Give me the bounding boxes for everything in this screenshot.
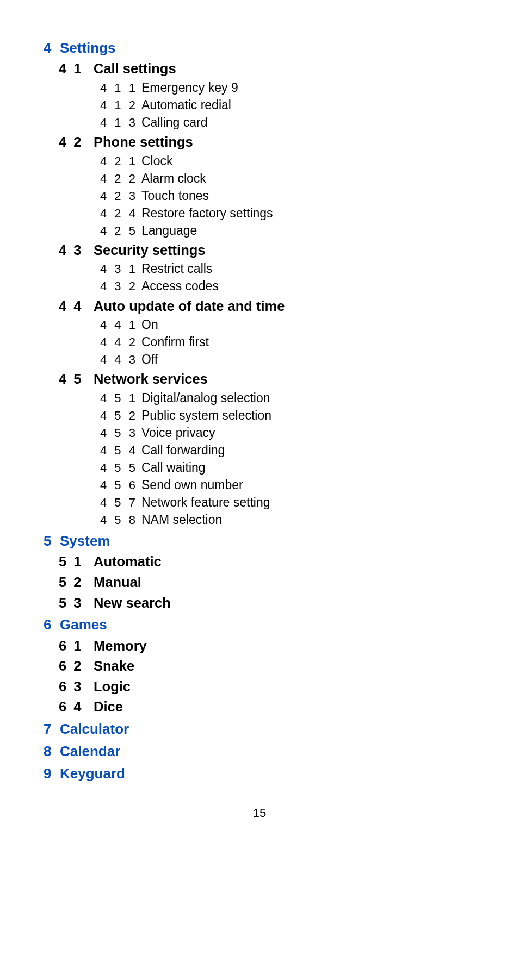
toc-l3-label: Call forwarding <box>141 443 225 457</box>
toc-l3: 4 5 4Call forwarding <box>100 442 475 459</box>
toc-l3-num: 4 2 4 <box>100 205 141 222</box>
toc-l1-label: Calculator <box>60 721 129 737</box>
toc-l3: 4 1 1Emergency key 9 <box>100 79 475 96</box>
toc-l2-num: 6 2 <box>59 657 94 676</box>
toc-l2-label: Security settings <box>94 242 205 258</box>
toc-l2-num: 4 5 <box>59 370 94 389</box>
toc-l3: 4 2 1Clock <box>100 153 475 170</box>
toc-l1: 9Keyguard <box>44 764 475 783</box>
toc-l1-num: 4 <box>44 39 60 58</box>
toc-l1-label: System <box>60 533 110 549</box>
toc-l3-num: 4 5 4 <box>100 442 141 459</box>
toc-l3-label: Call waiting <box>141 460 206 475</box>
toc-l2-label: Logic <box>94 679 131 694</box>
toc-l3-label: Restrict calls <box>141 261 212 276</box>
toc-l3-num: 4 2 2 <box>100 171 141 187</box>
toc-l3-label: Public system selection <box>141 408 271 422</box>
toc-l2-num: 4 3 <box>59 241 94 260</box>
toc-l3-num: 4 3 1 <box>100 261 141 277</box>
toc-l2-num: 5 2 <box>59 573 94 592</box>
toc-l2-label: Automatic <box>94 554 162 569</box>
toc-l2-label: Snake <box>94 658 134 673</box>
toc-l3-label: Automatic redial <box>141 98 231 112</box>
toc-l3: 4 2 5Language <box>100 222 475 239</box>
toc-l3-label: Calling card <box>141 115 207 129</box>
toc-l2-label: Call settings <box>94 61 176 76</box>
toc-l2: 5 2Manual <box>59 573 475 592</box>
page-number: 15 <box>44 806 475 820</box>
toc-l3-label: Clock <box>141 154 173 168</box>
toc-l1: 5System <box>44 532 475 551</box>
toc-l1: 8Calendar <box>44 742 475 761</box>
toc-l3: 4 5 6Send own number <box>100 477 475 494</box>
toc-l2-label: Network services <box>94 371 208 386</box>
toc-l2: 4 2Phone settings <box>59 133 475 152</box>
toc-l2: 6 4Dice <box>59 698 475 716</box>
toc-l2: 5 3New search <box>59 594 475 613</box>
toc-l2: 5 1Automatic <box>59 553 475 571</box>
toc-l1: 4Settings <box>44 39 475 58</box>
toc-l3: 4 2 2Alarm clock <box>100 170 475 187</box>
toc-l3: 4 2 4Restore factory settings <box>100 205 475 222</box>
toc-l3-num: 4 1 1 <box>100 80 141 96</box>
toc-l3-num: 4 5 8 <box>100 512 141 528</box>
toc-l2-label: Manual <box>94 575 141 590</box>
toc-l3: 4 3 2Access codes <box>100 278 475 295</box>
toc-l2-num: 6 3 <box>59 678 94 696</box>
toc-l1-label: Settings <box>60 40 116 56</box>
toc-l2-label: Phone settings <box>94 134 193 149</box>
toc-l3-num: 4 4 1 <box>100 317 141 333</box>
toc-page: 4Settings4 1Call settings4 1 1Emergency … <box>44 39 475 783</box>
toc-l3-label: Confirm first <box>141 335 209 349</box>
toc-l2-num: 4 4 <box>59 297 94 316</box>
toc-l2: 4 1Call settings <box>59 60 475 78</box>
toc-l1: 6Games <box>44 615 475 634</box>
toc-l3-num: 4 1 2 <box>100 97 141 114</box>
toc-l3-label: On <box>141 317 158 332</box>
toc-l3-num: 4 2 5 <box>100 223 141 239</box>
toc-l3-label: Voice privacy <box>141 426 215 440</box>
toc-l3-num: 4 2 1 <box>100 153 141 170</box>
toc-l3-num: 4 2 3 <box>100 188 141 204</box>
toc-l3: 4 3 1Restrict calls <box>100 260 475 277</box>
toc-l1-label: Games <box>60 616 107 633</box>
toc-l3-num: 4 5 7 <box>100 495 141 511</box>
toc-l3-label: Digital/analog selection <box>141 391 270 405</box>
toc-l3: 4 4 3Off <box>100 351 475 368</box>
toc-l3: 4 5 7Network feature setting <box>100 494 475 511</box>
toc-l3-num: 4 5 1 <box>100 390 141 407</box>
toc-l3-label: Access codes <box>141 279 219 293</box>
toc-l1-num: 5 <box>44 532 60 551</box>
toc-l3-num: 4 5 5 <box>100 460 141 476</box>
toc-l1: 7Calculator <box>44 720 475 739</box>
toc-l2-num: 4 1 <box>59 60 94 78</box>
toc-l2: 4 4Auto update of date and time <box>59 297 475 316</box>
toc-l2-num: 6 1 <box>59 637 94 656</box>
toc-l3: 4 1 3Calling card <box>100 114 475 131</box>
toc-l2: 6 3Logic <box>59 678 475 696</box>
toc-l3-num: 4 3 2 <box>100 278 141 295</box>
toc-l3: 4 4 2Confirm first <box>100 334 475 351</box>
toc-l3-label: Network feature setting <box>141 495 270 509</box>
toc-l2-label: Memory <box>94 638 147 653</box>
toc-l3-label: Alarm clock <box>141 171 206 185</box>
toc-l3-num: 4 4 3 <box>100 352 141 368</box>
toc-l2-num: 4 2 <box>59 133 94 152</box>
toc-l1-num: 8 <box>44 742 60 761</box>
toc-l3-label: Touch tones <box>141 189 209 203</box>
toc-l2-label: Dice <box>94 699 123 714</box>
toc-l3-label: NAM selection <box>141 513 222 527</box>
toc-l3: 4 5 5Call waiting <box>100 459 475 476</box>
toc-l3-num: 4 5 3 <box>100 425 141 441</box>
toc-l3: 4 5 2Public system selection <box>100 407 475 424</box>
toc-l3-label: Language <box>141 223 197 238</box>
toc-l3: 4 5 1Digital/analog selection <box>100 390 475 407</box>
toc-l3-num: 4 1 3 <box>100 115 141 131</box>
toc-l2-num: 5 3 <box>59 594 94 613</box>
toc-l1-num: 7 <box>44 720 60 739</box>
toc-l3-num: 4 5 2 <box>100 408 141 424</box>
toc-l3: 4 2 3Touch tones <box>100 188 475 204</box>
toc-l3-label: Restore factory settings <box>141 206 273 220</box>
toc-l3-label: Off <box>141 352 158 366</box>
toc-l1-label: Calendar <box>60 743 120 759</box>
